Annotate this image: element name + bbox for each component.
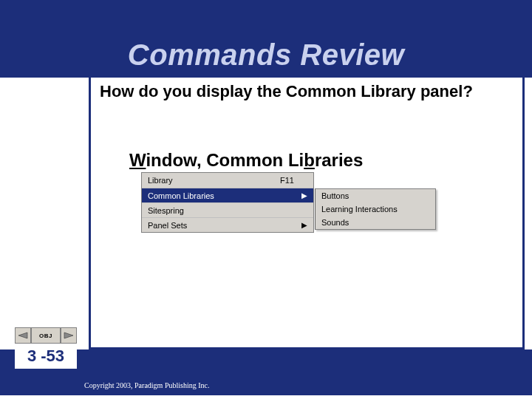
menu-item-panel-sets[interactable]: Panel Sets ▶ bbox=[142, 217, 313, 232]
menu-item-common-libraries[interactable]: Common Libraries ▶ bbox=[142, 188, 313, 202]
menu-screenshot: Library F11 Common Libraries ▶ Sitesprin… bbox=[141, 172, 314, 233]
window-menu: Library F11 Common Libraries ▶ Sitesprin… bbox=[141, 172, 314, 233]
submenu-item-sounds[interactable]: Sounds bbox=[316, 216, 435, 229]
answer-hotkey-b: b bbox=[304, 150, 315, 170]
nav-button-group: OBJ bbox=[15, 327, 77, 344]
footer-bar: OBJ 3 -53 Copyright 2003, Paradigm Publi… bbox=[0, 349, 532, 395]
submenu-item-label: Buttons bbox=[321, 191, 349, 200]
menu-item-label: Panel Sets bbox=[148, 221, 187, 230]
copyright-text: Copyright 2003, Paradigm Publishing Inc. bbox=[84, 381, 209, 389]
next-slide-button[interactable] bbox=[61, 327, 77, 344]
answer-part2: raries bbox=[315, 150, 363, 170]
submenu-arrow-icon: ▶ bbox=[301, 192, 307, 200]
answer-part1: indow, Common Li bbox=[146, 150, 304, 170]
menu-item-label: Common Libraries bbox=[148, 191, 214, 200]
svg-marker-0 bbox=[18, 332, 27, 338]
obj-button[interactable]: OBJ bbox=[31, 327, 61, 344]
obj-button-label: OBJ bbox=[39, 332, 52, 339]
menu-item-label: Library bbox=[148, 176, 173, 185]
submenu-arrow-icon: ▶ bbox=[301, 222, 307, 229]
menu-item-sitespring[interactable]: Sitespring bbox=[142, 202, 313, 217]
arrow-right-icon bbox=[63, 330, 75, 341]
prev-slide-button[interactable] bbox=[15, 327, 31, 344]
answer-hotkey-w: W bbox=[129, 150, 146, 170]
slide-container: Commands Review How do you display the C… bbox=[0, 0, 532, 399]
submenu-item-learning[interactable]: Learning Interactions bbox=[316, 202, 435, 216]
submenu-item-label: Sounds bbox=[321, 218, 349, 227]
slide-title: Commands Review bbox=[128, 38, 404, 72]
content-frame: How do you display the Common Library pa… bbox=[89, 78, 525, 349]
menu-item-label: Sitespring bbox=[148, 206, 184, 215]
answer-text: Window, Common Libraries bbox=[129, 150, 363, 171]
slide-number: 3 -53 bbox=[27, 347, 64, 366]
menu-item-library[interactable]: Library F11 bbox=[142, 173, 313, 188]
submenu-item-buttons[interactable]: Buttons bbox=[316, 189, 435, 202]
slide-header: Commands Review bbox=[0, 0, 532, 78]
slide-number-box: 3 -53 bbox=[15, 344, 77, 369]
common-libraries-submenu: Buttons Learning Interactions Sounds bbox=[315, 188, 436, 230]
svg-marker-1 bbox=[64, 332, 73, 338]
menu-item-shortcut: F11 bbox=[280, 176, 294, 185]
question-text: How do you display the Common Library pa… bbox=[100, 82, 516, 101]
submenu-item-label: Learning Interactions bbox=[321, 205, 398, 214]
arrow-left-icon bbox=[17, 330, 29, 341]
